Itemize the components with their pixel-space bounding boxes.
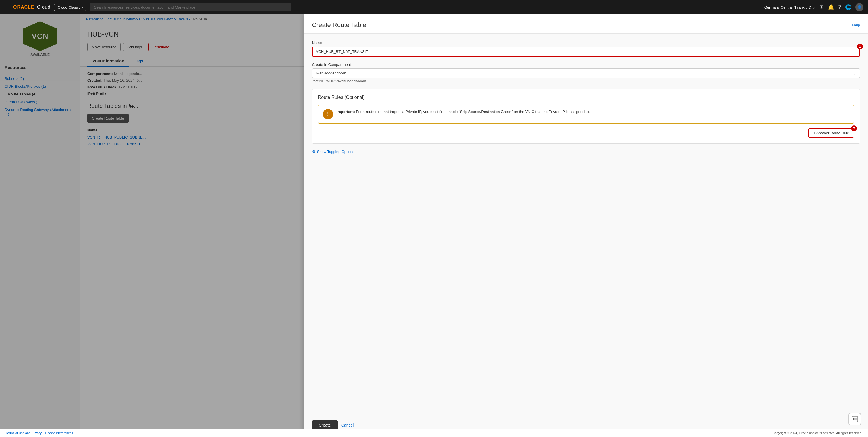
name-label: Name xyxy=(312,40,860,45)
cloud-text: Cloud xyxy=(36,5,51,10)
modal-body: Name 1 Create In Compartment IwanHoogend… xyxy=(304,34,868,416)
cloud-classic-button[interactable]: Cloud Classic › xyxy=(54,4,87,11)
compartment-form-group: Create In Compartment IwanHoogendoorn ro… xyxy=(312,62,860,83)
topnav-right-section: Germany Central (Frankfurt) ⌄ ⊞ 🔔 ? 🌐 👤 xyxy=(764,3,863,11)
compartment-form-label: Create In Compartment xyxy=(312,62,860,67)
cancel-button[interactable]: Cancel xyxy=(341,423,354,428)
region-chevron-icon: ⌄ xyxy=(812,5,815,9)
user-avatar[interactable]: 👤 xyxy=(855,3,863,11)
svg-rect-0 xyxy=(852,416,858,422)
page-footer: Terms of Use and Privacy Cookie Preferen… xyxy=(0,429,868,437)
important-notice: ! Important: For a route rule that targe… xyxy=(318,105,854,124)
bell-icon[interactable]: 🔔 xyxy=(828,4,834,10)
region-selector[interactable]: Germany Central (Frankfurt) ⌄ xyxy=(764,5,815,9)
create-route-table-panel: Create Route Table Help Name 1 Create In… xyxy=(304,14,868,437)
add-route-rule-button[interactable]: + Another Route Rule xyxy=(808,128,854,138)
help-fab-button[interactable] xyxy=(848,413,861,426)
help-circle-icon[interactable]: ? xyxy=(838,4,841,10)
route-rules-box: Route Rules (Optional) ! Important: For … xyxy=(312,89,860,144)
compartment-hint: root/NETWORK/IwanHoogendoorn xyxy=(312,79,860,83)
notice-icon-label: ! xyxy=(327,112,329,117)
name-input-wrapper: 1 xyxy=(312,47,860,57)
region-label: Germany Central (Frankfurt) xyxy=(764,5,811,9)
compartment-select-wrapper: IwanHoogendoorn xyxy=(312,68,860,78)
tagging-icon: ⚙ xyxy=(312,149,315,154)
step-badge-2: 2 xyxy=(851,125,857,131)
step-badge-1: 1 xyxy=(857,44,863,50)
svg-point-4 xyxy=(854,419,854,420)
modal-help-link[interactable]: Help xyxy=(852,23,860,27)
compartment-select[interactable]: IwanHoogendoorn xyxy=(312,68,860,78)
footer-left: Terms of Use and Privacy Cookie Preferen… xyxy=(6,431,73,435)
global-search-input[interactable] xyxy=(90,3,291,11)
oracle-text: ORACLE xyxy=(13,5,34,10)
oracle-cloud-logo: ORACLE Cloud xyxy=(13,5,51,10)
add-route-rule-wrapper: + Another Route Rule 2 xyxy=(808,128,854,138)
notice-heading: Important: xyxy=(337,110,355,114)
notice-body: For a route rule that targets a Private … xyxy=(356,110,590,114)
modal-title: Create Route Table xyxy=(312,21,366,29)
footer-sep xyxy=(42,431,45,435)
cookie-link[interactable]: Cookie Preferences xyxy=(45,431,73,435)
svg-point-2 xyxy=(855,418,855,419)
name-form-group: Name 1 xyxy=(312,40,860,57)
notice-content: Important: For a route rule that targets… xyxy=(337,109,590,119)
console-icon[interactable]: ⊞ xyxy=(819,4,824,10)
show-tagging-link[interactable]: ⚙ Show Tagging Options xyxy=(312,149,860,154)
name-input[interactable] xyxy=(312,47,860,57)
notice-warning-icon: ! xyxy=(323,109,333,119)
terms-link[interactable]: Terms of Use and Privacy xyxy=(6,431,42,435)
svg-point-3 xyxy=(856,418,857,419)
svg-point-6 xyxy=(856,419,857,420)
footer-copyright: Copyright © 2024, Oracle and/or its affi… xyxy=(773,431,862,435)
top-navigation: ☰ ORACLE Cloud Cloud Classic › Germany C… xyxy=(0,0,868,14)
svg-point-1 xyxy=(854,418,854,419)
svg-point-5 xyxy=(855,419,855,420)
modal-header: Create Route Table Help xyxy=(304,14,868,34)
tagging-label: Show Tagging Options xyxy=(317,149,354,154)
route-rules-title: Route Rules (Optional) xyxy=(318,95,854,100)
menu-hamburger-icon[interactable]: ☰ xyxy=(5,4,10,11)
globe-icon[interactable]: 🌐 xyxy=(845,4,851,10)
